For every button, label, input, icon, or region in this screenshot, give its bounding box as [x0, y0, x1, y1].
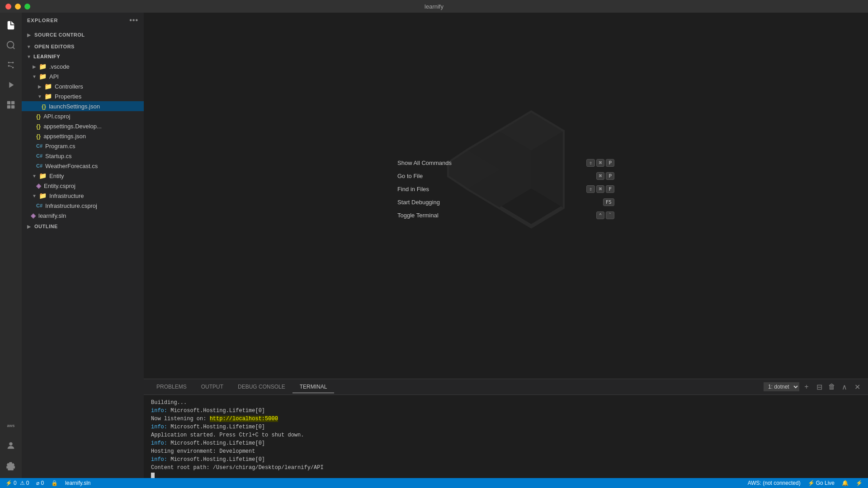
svg-rect-4	[7, 101, 10, 104]
notification-icon: 🔔	[842, 480, 849, 486]
terminal-maximize-button[interactable]: ∧	[839, 381, 850, 392]
toggle-terminal[interactable]: Toggle Terminal ⌃ `	[397, 209, 614, 222]
key-ctrl4: ⌃	[596, 211, 605, 219]
terminal-line-8: info: Microsoft.Hosting.Lifetime[0]	[151, 455, 861, 464]
tab-terminal[interactable]: TERMINAL	[292, 381, 335, 393]
startup-icon: C#	[36, 153, 42, 159]
svg-line-1	[13, 47, 14, 49]
warning-icon: ⚠	[20, 480, 25, 486]
explorer-title: EXPLORER	[27, 18, 58, 23]
entity-chevron: ▼	[31, 174, 38, 178]
weather-label: WeatherForecast.cs	[45, 163, 98, 169]
vscode-label: .vscode	[49, 63, 70, 70]
golive-label: Go Live	[816, 480, 835, 486]
main-layout: aws EXPLORER ••• ▶	[0, 13, 868, 478]
key-f: F	[606, 185, 614, 193]
status-errors[interactable]: ⚡ 0 ⚠ 0	[4, 478, 31, 488]
vscode-folder[interactable]: ▶ 📁 .vscode	[22, 61, 144, 71]
warning2-icon: ⚡	[856, 480, 863, 486]
infrastructure-folder[interactable]: ▼ 📁 Infrastructure	[22, 191, 144, 201]
tab-debug-console[interactable]: DEBUG CONSOLE	[231, 381, 292, 393]
controllers-chevron: ▶	[36, 84, 43, 89]
entity-folder[interactable]: ▼ 📁 Entity	[22, 171, 144, 181]
key-shift: ⇧	[586, 159, 595, 167]
open-editors-row[interactable]: ▼ OPEN EDITORS	[22, 42, 144, 52]
controllers-folder-icon: 📁	[44, 83, 52, 90]
explorer-more-button[interactable]: •••	[129, 16, 138, 24]
startup-label: Startup.cs	[45, 153, 72, 160]
source-control-row[interactable]: ▶ SOURCE CONTROL	[22, 30, 144, 40]
terminal-split-button[interactable]: ⊟	[814, 381, 825, 392]
appsettings-file[interactable]: {} appsettings.json	[22, 131, 144, 141]
tab-problems[interactable]: PROBLEMS	[149, 381, 194, 393]
launch-settings-file[interactable]: {} launchSettings.json	[22, 101, 144, 111]
terminal-add-button[interactable]: +	[801, 381, 812, 392]
key-cmd2: ⌘	[596, 172, 605, 180]
weather-file[interactable]: C# WeatherForecast.cs	[22, 161, 144, 171]
program-file[interactable]: C# Program.cs	[22, 141, 144, 151]
terminal-tabs: PROBLEMS OUTPUT DEBUG CONSOLE TERMINAL 1…	[144, 379, 868, 395]
maximize-button[interactable]	[24, 4, 30, 9]
entity-csproj-label: Entity.csproj	[44, 183, 75, 189]
explorer-activity-icon[interactable]	[2, 16, 20, 34]
start-debugging-keys: F5	[603, 198, 614, 206]
outline-chevron: ▶	[25, 224, 33, 229]
status-lock[interactable]: 🔒	[49, 478, 60, 488]
terminal-trash-button[interactable]: 🗑	[826, 381, 837, 392]
close-button[interactable]	[5, 4, 11, 9]
terminal-tabs-right: 1: dotnet + ⊟ 🗑 ∧ ✕	[764, 381, 863, 392]
svg-rect-6	[7, 105, 10, 108]
search-activity-icon[interactable]	[2, 36, 20, 54]
toggle-terminal-label: Toggle Terminal	[397, 212, 439, 219]
status-golive[interactable]: ⚡ Go Live	[806, 478, 836, 488]
tab-output[interactable]: OUTPUT	[194, 381, 231, 393]
run-debug-activity-icon[interactable]	[2, 76, 20, 94]
outline-row[interactable]: ▶ OUTLINE	[22, 221, 144, 231]
extensions-activity-icon[interactable]	[2, 96, 20, 114]
status-branch[interactable]: learnify.sln	[63, 478, 92, 488]
show-all-commands[interactable]: Show All Commands ⇧ ⌘ P	[397, 156, 614, 169]
entity-csproj-file[interactable]: ◈ Entity.csproj	[22, 181, 144, 191]
terminal-line-9: Content root path: /Users/chirag/Desktop…	[151, 464, 861, 472]
sidebar: EXPLORER ••• ▶ SOURCE CONTROL ▼ OPEN EDI…	[22, 13, 144, 478]
command-overlay: Show All Commands ⇧ ⌘ P Go to File ⌘ P F	[397, 156, 614, 222]
launch-settings-icon: {}	[42, 103, 46, 110]
learnify-chevron: ▼	[25, 54, 33, 59]
status-warning2[interactable]: ⚡	[854, 478, 864, 488]
controllers-folder[interactable]: ▶ 📁 Controllers	[22, 81, 144, 91]
appsettings-dev-file[interactable]: {} appsettings.Develop...	[22, 121, 144, 131]
terminal-line-5: Application started. Press Ctrl+C to shu…	[151, 431, 861, 439]
source-control-activity-icon[interactable]	[2, 56, 20, 74]
window-title: learnify	[425, 3, 443, 10]
startup-file[interactable]: C# Startup.cs	[22, 151, 144, 161]
branch-label: learnify.sln	[65, 480, 90, 486]
learnify-root[interactable]: ▼ LEARNIFY	[22, 52, 144, 61]
editor-main: Show All Commands ⇧ ⌘ P Go to File ⌘ P F	[144, 13, 868, 379]
terminal-select[interactable]: 1: dotnet	[764, 382, 799, 391]
status-sync[interactable]: ⌀ 0	[34, 478, 46, 488]
key-shift3: ⇧	[586, 185, 595, 193]
aws-activity-icon[interactable]: aws	[2, 417, 20, 435]
status-notifications[interactable]: 🔔	[840, 478, 850, 488]
minimize-button[interactable]	[15, 4, 21, 9]
status-aws[interactable]: AWS: (not connected)	[746, 478, 802, 488]
sidebar-header: EXPLORER •••	[22, 13, 144, 28]
api-csproj-label: API.csproj	[43, 113, 70, 120]
infrastructure-csproj-icon: C#	[36, 203, 42, 208]
terminal-content[interactable]: Building... info: Microsoft.Hosting.Life…	[144, 395, 868, 478]
terminal-line-2: info: Microsoft.Hosting.Lifetime[0]	[151, 407, 861, 415]
api-folder[interactable]: ▼ 📁 API	[22, 71, 144, 81]
api-csproj-file[interactable]: {} API.csproj	[22, 111, 144, 121]
learnify-sln-file[interactable]: ◈ learnify.sln	[22, 211, 144, 221]
settings-activity-icon[interactable]	[2, 456, 20, 474]
properties-folder[interactable]: ▼ 📁 Properties	[22, 91, 144, 101]
find-in-files[interactable]: Find in Files ⇧ ⌘ F	[397, 183, 614, 196]
terminal-close-button[interactable]: ✕	[852, 381, 863, 392]
infrastructure-label: Infrastructure	[49, 192, 84, 199]
account-activity-icon[interactable]	[2, 436, 20, 455]
infrastructure-csproj-file[interactable]: C# Infrastructure.csproj	[22, 201, 144, 211]
go-to-file[interactable]: Go to File ⌘ P	[397, 169, 614, 183]
learnify-sln-icon: ◈	[31, 212, 36, 219]
start-debugging[interactable]: Start Debugging F5	[397, 196, 614, 209]
key-backtick: `	[606, 211, 614, 219]
